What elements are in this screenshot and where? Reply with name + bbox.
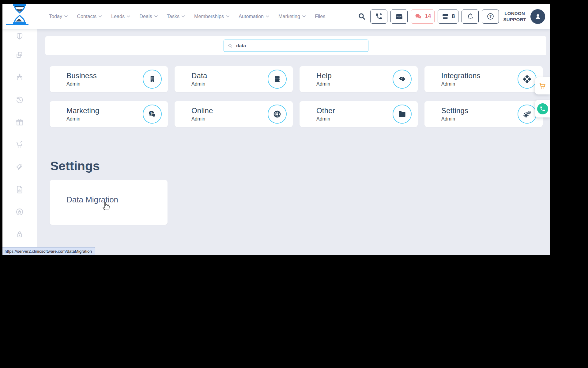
- chat-count-badge: 14: [425, 13, 431, 20]
- card-title: Other: [316, 106, 335, 115]
- move-arrows-icon: [518, 70, 537, 89]
- nav-item-leads[interactable]: Leads: [111, 13, 130, 19]
- category-card-business[interactable]: Business Admin: [50, 66, 168, 92]
- card-subtitle: Admin: [191, 81, 207, 87]
- gears-icon: [518, 105, 537, 124]
- nav-item-marketing[interactable]: Marketing: [278, 13, 306, 19]
- building-icon: [143, 70, 162, 89]
- sidebar-item-history[interactable]: [2, 89, 37, 111]
- nav-item-files[interactable]: Files: [315, 13, 325, 19]
- nav-item-today[interactable]: Today: [49, 13, 68, 19]
- report-icon: [15, 185, 24, 194]
- notifications-button[interactable]: [462, 10, 479, 24]
- floating-cart-button[interactable]: [535, 77, 550, 94]
- section-heading: Settings: [50, 159, 550, 173]
- nav-item-deals[interactable]: Deals: [139, 13, 157, 19]
- category-card-data[interactable]: Data Admin: [175, 66, 293, 92]
- category-card-online[interactable]: Online Admin: [175, 101, 293, 127]
- hourglass-logo-icon: [12, 4, 28, 24]
- nav-item-automation[interactable]: Automation: [239, 13, 269, 19]
- nav-item-tasks[interactable]: Tasks: [167, 13, 185, 19]
- store-button[interactable]: 8: [438, 10, 458, 24]
- folder-icon: [393, 105, 412, 124]
- search-icon[interactable]: [358, 12, 366, 21]
- card-title: Help: [316, 71, 332, 80]
- card-subtitle: Admin: [441, 81, 481, 87]
- category-card-integrations[interactable]: Integrations Admin: [424, 66, 543, 92]
- search-bar-container: [45, 36, 546, 55]
- nav-label: Files: [315, 13, 325, 19]
- search-input-icon: [228, 43, 233, 48]
- inbox-icon: [395, 13, 403, 21]
- topbar-actions: 14 8 ? LONDON SUPPORT: [358, 9, 550, 24]
- data-migration-link[interactable]: Data Migration: [66, 195, 118, 207]
- card-title: Marketing: [66, 106, 99, 115]
- phone-calls-button[interactable]: [370, 10, 387, 24]
- card-subtitle: Admin: [441, 116, 468, 122]
- category-card-other[interactable]: Other Admin: [300, 101, 418, 127]
- bag-download-icon: [15, 73, 24, 82]
- help-button[interactable]: ?: [482, 10, 499, 24]
- floating-whatsapp-button[interactable]: [535, 100, 550, 117]
- sidebar-item-orders[interactable]: [2, 66, 37, 89]
- cart-icon: [538, 82, 547, 90]
- account-name[interactable]: LONDON SUPPORT: [503, 10, 526, 22]
- search-input[interactable]: [236, 43, 364, 49]
- whatsapp-icon: [537, 103, 548, 114]
- card-subtitle: Admin: [316, 81, 332, 87]
- card-title: Integrations: [441, 71, 481, 80]
- category-card-help[interactable]: Help Admin: [300, 66, 418, 92]
- inbox-button[interactable]: [390, 10, 408, 24]
- bell-icon: [466, 13, 474, 20]
- storefront-icon: [441, 13, 449, 21]
- topbar: Today Contacts Leads Deals Tasks Members…: [2, 4, 550, 29]
- avatar[interactable]: [530, 9, 545, 24]
- sidebar-item-shield[interactable]: [2, 29, 37, 44]
- padlock-icon: [15, 230, 24, 239]
- logo-active-indicator: [6, 24, 28, 25]
- main-nav: Today Contacts Leads Deals Tasks Members…: [49, 13, 325, 19]
- app-logo[interactable]: [2, 4, 37, 29]
- main-content: Business Admin Data Admin Help Admin: [37, 29, 550, 255]
- sidebar-item-shop[interactable]: [2, 133, 37, 156]
- nav-item-memberships[interactable]: Memberships: [194, 13, 229, 19]
- chevron-down-icon: [266, 15, 269, 17]
- handshake-icon: [393, 70, 412, 89]
- card-subtitle: Admin: [191, 116, 213, 122]
- account-lock-icon: [15, 207, 24, 217]
- sidebar-item-security[interactable]: [2, 223, 37, 245]
- nav-item-contacts[interactable]: Contacts: [77, 13, 102, 19]
- sidebar: [2, 29, 37, 255]
- settings-result-card: Data Migration: [50, 180, 168, 225]
- nav-label: Today: [49, 13, 62, 19]
- chevron-down-icon: [226, 15, 229, 17]
- nav-label: Automation: [239, 13, 264, 19]
- card-title: Data: [191, 71, 207, 80]
- sidebar-item-copy[interactable]: [2, 44, 37, 66]
- sidebar-item-pricing[interactable]: [2, 156, 37, 178]
- chat-messages-button[interactable]: 14: [411, 10, 435, 24]
- chevron-down-icon: [64, 15, 68, 17]
- card-title: Settings: [441, 106, 468, 115]
- card-subtitle: Admin: [66, 81, 97, 87]
- history-icon: [15, 95, 24, 105]
- card-title: Online: [191, 106, 213, 115]
- chat-bubbles-icon: [414, 13, 422, 21]
- sidebar-item-gifts[interactable]: [2, 111, 37, 133]
- svg-text:$: $: [150, 111, 153, 115]
- category-grid: Business Admin Data Admin Help Admin: [50, 66, 543, 127]
- phone-icon: [375, 13, 383, 20]
- sidebar-item-reports[interactable]: [2, 178, 37, 201]
- category-card-settings[interactable]: Settings Admin: [424, 101, 543, 127]
- sidebar-item-privacy[interactable]: [2, 201, 37, 223]
- search-field: [224, 40, 368, 52]
- nav-label: Tasks: [167, 13, 179, 19]
- shield-icon: [15, 32, 24, 41]
- chevron-down-icon: [99, 15, 102, 17]
- money-chat-icon: $: [143, 105, 162, 124]
- card-subtitle: Admin: [316, 116, 335, 122]
- store-count-badge: 8: [452, 13, 455, 20]
- browser-viewport: Today Contacts Leads Deals Tasks Members…: [2, 4, 550, 255]
- status-bar-url: https://server2.clinicsoftware.com/dataM…: [2, 247, 95, 255]
- category-card-marketing[interactable]: Marketing Admin $: [50, 101, 168, 127]
